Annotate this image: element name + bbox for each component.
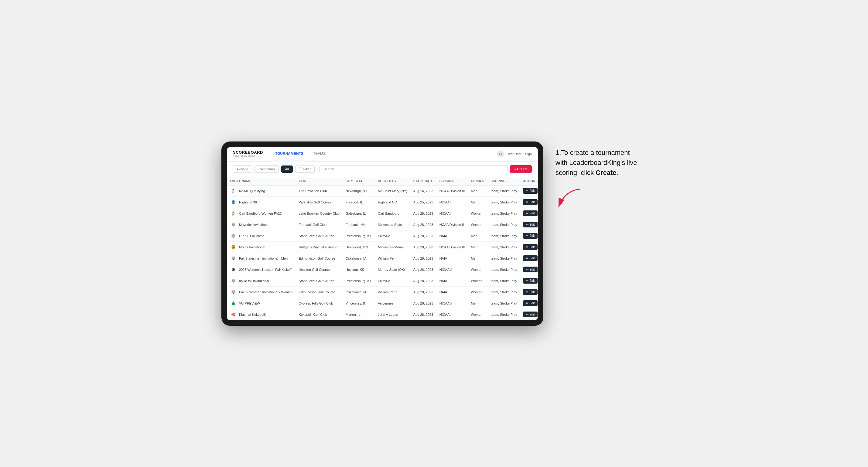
- edit-button-2[interactable]: ✏ Edit: [523, 211, 537, 216]
- user-label: Test User: [507, 152, 522, 156]
- scoring-cell-4: team, Stroke Play: [488, 230, 520, 241]
- red-arrow: [556, 188, 592, 212]
- team-logo-6: 🐺: [230, 255, 237, 262]
- city-cell-9: Oskaloosa, IA: [343, 286, 375, 298]
- scoring-cell-10: team, Stroke Play: [488, 298, 520, 309]
- col-date: START DATE: [410, 177, 436, 186]
- division-cell-2: NICAA I: [436, 208, 468, 219]
- venue-cell-2: Lake Bracken Country Club: [296, 208, 343, 219]
- col-hosted: HOSTED BY: [375, 177, 410, 186]
- team-logo-2: 🏌️: [230, 210, 237, 217]
- date-cell-0: Aug 24, 2023: [410, 185, 436, 196]
- date-cell-1: Aug 25, 2023: [410, 196, 436, 208]
- gender-cell-10: Men: [468, 298, 488, 309]
- edit-button-8[interactable]: ✏ Edit: [523, 278, 537, 284]
- search-input[interactable]: [319, 165, 507, 173]
- city-cell-10: Vincennes, IN: [343, 298, 375, 309]
- edit-button-4[interactable]: ✏ Edit: [523, 233, 537, 239]
- actions-cell-5: ✏ Edit: [520, 241, 538, 253]
- col-scoring: SCORING: [488, 177, 520, 186]
- event-name-4: UPIKE Fall Invite: [239, 234, 264, 238]
- event-cell-6: 🐺 Fall Statesmen Invitational - Men: [227, 253, 296, 264]
- event-name-2: Carl Sandburg Women FA23: [239, 212, 282, 215]
- event-name-8: upike fall invitational: [239, 279, 269, 283]
- tab-teams[interactable]: TEAMS: [308, 147, 331, 161]
- edit-button-11[interactable]: ✏ Edit: [523, 312, 537, 317]
- division-cell-3: NCAA Division II: [436, 219, 468, 230]
- scoring-cell-5: team, Stroke Play: [488, 241, 520, 253]
- hosted-cell-8: Pikeville: [375, 275, 410, 286]
- actions-cell-2: ✏ Edit: [520, 208, 538, 219]
- gender-cell-9: Women: [468, 286, 488, 298]
- venue-cell-6: Edmundson Golf Course: [296, 253, 343, 264]
- nav-right: ⚙ Test User Sign: [497, 151, 532, 157]
- table-row: 🎯 Klash at Kokopelli Kokopelli Golf Club…: [227, 309, 538, 320]
- search-box: [319, 165, 507, 173]
- edit-button-0[interactable]: ✏ Edit: [523, 188, 537, 194]
- actions-cell-6: ✏ Edit: [520, 253, 538, 264]
- division-cell-9: NAIA: [436, 286, 468, 298]
- edit-button-7[interactable]: ✏ Edit: [523, 267, 537, 272]
- table-row: 🏌️ Carl Sandburg Women FA23 Lake Bracken…: [227, 208, 538, 219]
- edit-button-6[interactable]: ✏ Edit: [523, 255, 537, 261]
- edit-button-9[interactable]: ✏ Edit: [523, 289, 537, 295]
- gender-cell-8: Women: [468, 275, 488, 286]
- scoring-cell-8: team, Stroke Play: [488, 275, 520, 286]
- city-cell-4: Prestonsburg, KY: [343, 230, 375, 241]
- team-logo-8: 🐺: [230, 278, 237, 284]
- competing-btn[interactable]: Competing: [254, 165, 279, 173]
- tab-tournaments[interactable]: TOURNAMENTS: [270, 147, 308, 161]
- date-cell-8: Aug 28, 2023: [410, 275, 436, 286]
- table-row: 🐺 Fall Statesmen Invitational - Men Edmu…: [227, 253, 538, 264]
- edit-button-1[interactable]: ✏ Edit: [523, 199, 537, 205]
- event-cell-2: 🏌️ Carl Sandburg Women FA23: [227, 208, 296, 219]
- filter-btn[interactable]: ☰ Filter: [295, 165, 315, 173]
- team-logo-3: 🐺: [230, 221, 237, 228]
- all-btn[interactable]: All: [281, 165, 293, 173]
- division-cell-4: NAIA: [436, 230, 468, 241]
- division-cell-7: NICAA II: [436, 264, 468, 275]
- actions-cell-1: ✏ Edit: [520, 196, 538, 208]
- table-row: 🏌️ MSMC Qualifying 1 The Powelton Club N…: [227, 185, 538, 196]
- city-cell-8: Prestonsburg, KY: [343, 275, 375, 286]
- hosting-btn[interactable]: Hosting: [233, 165, 252, 173]
- venue-cell-1: Park Hills Golf Course: [296, 196, 343, 208]
- date-cell-7: Aug 28, 2023: [410, 264, 436, 275]
- event-name-3: Maverick Invitational: [239, 223, 269, 226]
- scoring-cell-9: team, Stroke Play: [488, 286, 520, 298]
- actions-cell-4: ✏ Edit: [520, 230, 538, 241]
- venue-cell-4: StoneCrest Golf Course: [296, 230, 343, 241]
- gender-cell-3: Women: [468, 219, 488, 230]
- division-cell-0: NCAA Division III: [436, 185, 468, 196]
- team-logo-9: 🐺: [230, 289, 237, 295]
- city-cell-3: Faribault, MN: [343, 219, 375, 230]
- gender-cell-7: Women: [468, 264, 488, 275]
- edit-button-10[interactable]: ✏ Edit: [523, 300, 537, 306]
- hosted-cell-2: Carl Sandburg: [375, 208, 410, 219]
- annotation: 1.To create a tournament with Leaderboar…: [550, 142, 647, 221]
- table-header: EVENT NAME VENUE CITY, STATE HOSTED BY S…: [227, 177, 538, 186]
- event-name-7: 2023 Women's Hesston Fall Kickoff: [239, 268, 291, 272]
- event-cell-7: 🎓 2023 Women's Hesston Fall Kickoff: [227, 264, 296, 275]
- scoring-cell-11: team, Stroke Play: [488, 309, 520, 320]
- edit-button-3[interactable]: ✏ Edit: [523, 222, 537, 227]
- gender-cell-4: Men: [468, 230, 488, 241]
- event-name-9: Fall Statesmen Invitational - Women: [239, 290, 292, 294]
- date-cell-2: Aug 26, 2023: [410, 208, 436, 219]
- scoring-cell-2: team, Stroke Play: [488, 208, 520, 219]
- event-name-10: VU PREVIEW: [239, 302, 260, 305]
- actions-cell-0: ✏ Edit: [520, 185, 538, 196]
- app-logo: SCOREBOARD Powered by Clippt: [233, 150, 263, 157]
- team-logo-11: 🎯: [230, 311, 237, 318]
- division-cell-11: NICAA I: [436, 309, 468, 320]
- gender-cell-1: Men: [468, 196, 488, 208]
- create-button[interactable]: + Create: [510, 165, 532, 173]
- team-logo-0: 🏌️: [230, 188, 237, 194]
- venue-cell-7: Hesston Golf Course: [296, 264, 343, 275]
- event-cell-0: 🏌️ MSMC Qualifying 1: [227, 185, 296, 196]
- team-logo-4: 🐺: [230, 232, 237, 239]
- event-name-5: Morris Invitational: [239, 245, 265, 249]
- settings-icon[interactable]: ⚙: [497, 151, 504, 157]
- edit-button-5[interactable]: ✏ Edit: [523, 244, 537, 250]
- sign-label[interactable]: Sign: [525, 152, 532, 156]
